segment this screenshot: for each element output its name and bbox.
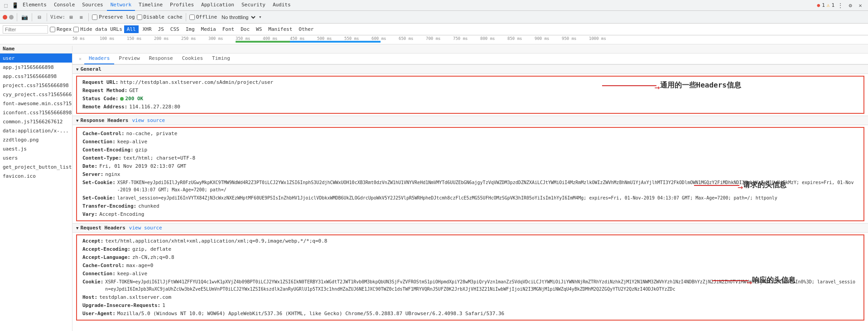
file-item-iconfont[interactable]: iconfont.css?1565666898 [0, 108, 72, 117]
file-item-uaestjs[interactable]: uaest.js [0, 144, 72, 153]
tl-50ms: 50 ms [72, 36, 85, 41]
preserve-log-input[interactable] [92, 15, 97, 20]
tl-900ms: 900 ms [535, 36, 550, 41]
remote-address-label: Remote Address: [82, 103, 127, 111]
regex-checkbox[interactable]: Regex [50, 26, 72, 32]
file-item-commonjs[interactable]: common.js?1566267612 [0, 117, 72, 126]
hide-data-urls-checkbox[interactable]: Hide data URLs [73, 26, 122, 32]
preserve-log-checkbox[interactable]: Preserve log [92, 14, 135, 20]
tab-security[interactable]: Security [238, 0, 269, 11]
file-item-getproject[interactable]: get_project_button_lists?proj... [0, 162, 72, 171]
tab-timeline[interactable]: Timeline [135, 0, 166, 11]
request-headers-section-header[interactable]: ▼ Request Headers view source [72, 223, 868, 233]
filter-manifest[interactable]: Manifest [266, 26, 294, 33]
tl-200ms: 200 ms [154, 36, 169, 41]
device-icon[interactable]: 📱 [11, 1, 19, 10]
more-options-icon[interactable]: ⋮ [836, 1, 844, 10]
tl-1000ms: 1000 ms [589, 36, 606, 41]
general-section-header[interactable]: ▼ General [72, 64, 868, 74]
detail-tab-timing[interactable]: Timing [207, 54, 235, 64]
filter-media[interactable]: Media [199, 26, 218, 33]
remote-address-value: 114.116.27.228:80 [129, 103, 856, 111]
file-item-appjs[interactable]: app.js?1565666898 [0, 63, 72, 72]
disable-cache-checkbox[interactable]: Disable cache [137, 14, 183, 20]
hide-data-urls-label: Hide data URLs [80, 26, 122, 32]
settings-icon[interactable]: ⚙ [846, 1, 854, 10]
filter-doc[interactable]: Doc [238, 26, 252, 33]
hide-data-urls-input[interactable] [73, 27, 79, 32]
request-view-source[interactable]: view source [129, 225, 162, 231]
detail-area: ✕ Headers Preview Response Cookies Timin… [72, 54, 868, 331]
filter-ws[interactable]: WS [254, 26, 264, 33]
filter-css[interactable]: CSS [168, 26, 182, 33]
resp-date: Date: Fri, 01 Nov 2019 02:13:07 GMT [81, 162, 860, 170]
filter-img[interactable]: Img [183, 26, 197, 33]
filter-js[interactable]: JS [156, 26, 166, 33]
request-triangle: ▼ [76, 226, 78, 230]
dev-tools-tabs: ⬚ 📱 Elements Console Sources Network Tim… [0, 0, 868, 11]
file-item-fontawesome[interactable]: font-awesome.min.css?1565... [0, 99, 72, 108]
tab-audits[interactable]: Audits [269, 0, 294, 11]
tab-elements[interactable]: Elements [19, 0, 50, 11]
error-number: 1 [822, 2, 825, 8]
tab-sources[interactable]: Sources [78, 0, 106, 11]
tab-profiles[interactable]: Profiles [166, 0, 198, 11]
response-view-source[interactable]: view source [132, 117, 165, 123]
request-url-label: Request URL: [82, 79, 118, 86]
regex-input[interactable] [50, 27, 55, 32]
response-headers-section-header[interactable]: ▼ Response Headers view source [72, 116, 868, 125]
tab-console[interactable]: Console [50, 0, 78, 11]
filter-icon[interactable]: ⊟ [35, 13, 43, 21]
file-item-dataapp[interactable]: data:application/x-... [0, 126, 72, 135]
tl-300ms: 300 ms [208, 36, 223, 41]
file-item-appcss[interactable]: app.css?1565666898 [0, 72, 72, 81]
status-dot [120, 97, 124, 101]
disable-cache-input[interactable] [137, 15, 142, 20]
view-grid-icon[interactable]: ⊞ [67, 13, 75, 21]
file-item-users[interactable]: users [0, 153, 72, 162]
offline-checkbox[interactable]: Offline [189, 14, 217, 20]
record-button[interactable] [3, 15, 7, 19]
tl-100ms: 100 ms [100, 36, 115, 41]
req-upgrade-insecure: Upgrade-Insecure-Requests: 1 [81, 302, 860, 310]
detail-tab-response[interactable]: Response [145, 54, 178, 64]
tab-application[interactable]: Application [198, 0, 238, 11]
stop-button[interactable] [9, 15, 14, 19]
detail-tab-preview[interactable]: Preview [114, 54, 144, 64]
throttle-select[interactable]: No throttling [219, 14, 257, 21]
tl-700ms: 700 ms [426, 36, 441, 41]
detail-tab-cookies[interactable]: Cookies [178, 54, 207, 64]
filter-input[interactable] [3, 25, 48, 34]
close-icon[interactable]: ✕ [856, 1, 864, 10]
file-item-cyycss[interactable]: cyy_project.css?15656668... [0, 90, 72, 99]
file-item-favicon[interactable]: favicon.ico [0, 171, 72, 180]
tab-network[interactable]: Network [107, 0, 135, 11]
tl-750ms: 750 ms [453, 36, 468, 41]
annotation-response: → 请求的头信息 [694, 180, 786, 190]
resp-set-cookie-2: Set-Cookie: laravel_session=eyJpdiI6InVY… [81, 194, 860, 202]
inspect-icon[interactable]: ⬚ [2, 1, 10, 10]
file-item-zzdtlogo[interactable]: zzdtlogo.png [0, 135, 72, 144]
general-title: General [80, 66, 101, 72]
detail-close-icon[interactable]: ✕ [76, 55, 84, 63]
filter-xhr[interactable]: XHR [140, 26, 154, 33]
resp-vary: Vary: Accept-Encoding [81, 210, 860, 219]
tl-150ms: 150 ms [127, 36, 142, 41]
detail-tab-headers[interactable]: Headers [84, 54, 114, 64]
tl-500ms: 500 ms [317, 36, 332, 41]
sep3 [47, 13, 47, 21]
filter-other[interactable]: Other [296, 26, 316, 33]
network-toolbar: 📷 ⊟ View: ⊞ ≡ Preserve log Disable cache… [0, 11, 868, 24]
view-list-icon[interactable]: ≡ [77, 13, 85, 21]
filter-all[interactable]: All [124, 25, 139, 33]
annotation-response-text: 请求的头信息 [743, 180, 786, 190]
filter-font[interactable]: Font [220, 26, 237, 33]
request-url-row: Request URL: http://testdplan.sxltserver… [81, 78, 860, 87]
offline-input[interactable] [189, 15, 195, 20]
remote-address-row: Remote Address: 114.116.27.228:80 [81, 103, 860, 111]
file-item-user[interactable]: user [0, 54, 72, 63]
request-url-value: http://testdplan.sxltserver.com/sAdmin/p… [120, 79, 856, 86]
file-item-projectcss[interactable]: project.css?1565666898 [0, 81, 72, 90]
status-code-label: Status Code: [82, 95, 118, 102]
camera-icon[interactable]: 📷 [20, 13, 29, 21]
